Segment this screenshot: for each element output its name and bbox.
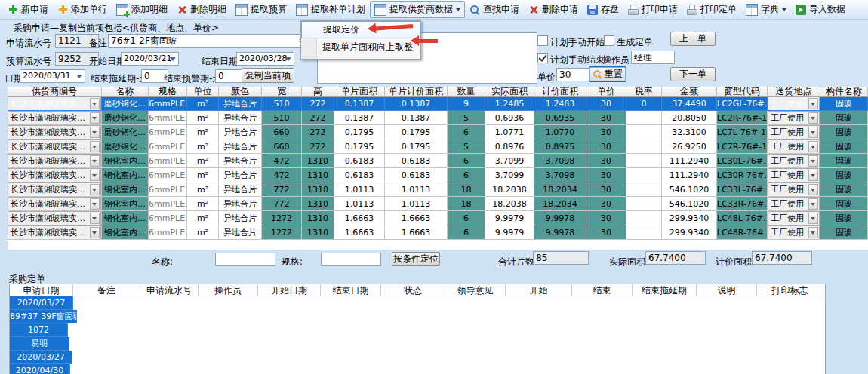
- combo-arrow-icon[interactable]: [808, 155, 818, 167]
- delivery-location-combo[interactable]: 工厂使用: [768, 125, 820, 139]
- detail-table-row[interactable]: 长沙市潇湘玻璃实…钢化室内…6mmPLE…m²异地合片47213100.6183…: [8, 154, 868, 168]
- toolbar-button-extract-budget[interactable]: 提取预算: [231, 1, 291, 18]
- toolbar-button-add-detail[interactable]: 添加明细: [112, 1, 172, 18]
- delivery-location-combo[interactable]: 工厂使用: [768, 197, 820, 211]
- date-picker[interactable]: 2020/03/31: [20, 69, 85, 83]
- detail-table-row[interactable]: 长沙市潇湘玻璃实…钢化室内…6mmPLE…m²异地合片77213101.0113…: [8, 182, 868, 197]
- delivery-location-combo[interactable]: 工厂使用: [768, 211, 820, 225]
- combo-arrow-icon[interactable]: [90, 98, 100, 109]
- toolbar-button-find-request[interactable]: 查找申请: [465, 1, 524, 18]
- detail-table-row[interactable]: 长沙市潇湘玻璃实…磨砂钢化…6mmPLE…m²异地合片5102720.13870…: [8, 111, 868, 125]
- cell: 异地合片: [219, 97, 262, 111]
- combo-arrow-icon[interactable]: [90, 184, 100, 195]
- locate-by-condition-button[interactable]: 按条件定位: [392, 252, 440, 266]
- combo-arrow-icon[interactable]: [808, 213, 818, 224]
- column-header: 结束日期: [321, 284, 381, 296]
- delivery-location-combo[interactable]: 工厂使用: [768, 111, 820, 125]
- combo-arrow-icon[interactable]: [808, 198, 818, 210]
- order-row[interactable]: 2020/03/2789#37-39F窗固玻1072易明2020/03/2720…: [10, 296, 825, 374]
- detail-table-row[interactable]: 长沙市潇湘玻璃实…钢化室内…6mmPLE…m²异地合片127213101.666…: [8, 225, 868, 240]
- supplier-combo[interactable]: 长沙市潇湘玻璃实…: [8, 182, 101, 197]
- toolbar-button-import-data[interactable]: 导入数据: [791, 1, 850, 18]
- operator-label: 操作员: [602, 54, 629, 66]
- combo-arrow-icon[interactable]: [90, 170, 100, 181]
- filter-name-input[interactable]: [215, 253, 275, 266]
- filter-spec-input[interactable]: [321, 253, 381, 266]
- detail-table-row[interactable]: 长沙市潇湘玻璃实…钢化室内…6mmPLE…m²异地合片127213101.666…: [8, 211, 868, 225]
- cell: 0.1387: [385, 111, 448, 125]
- detail-table-row[interactable]: 长沙市潇湘玻璃实…磨砂钢化…6mmPLE…m²异地合片5102720.13870…: [8, 97, 868, 111]
- combo-arrow-icon[interactable]: [90, 213, 100, 224]
- combo-arrow-icon[interactable]: [90, 155, 100, 167]
- remark-field[interactable]: 76#1-2F窗固玻: [108, 34, 300, 48]
- unit-price-field[interactable]: 30: [556, 68, 589, 81]
- start-date-picker[interactable]: 2020/03/21: [121, 52, 179, 66]
- supplier-combo[interactable]: 长沙市潇湘玻璃实…: [8, 111, 101, 125]
- menu-item-round-up-piece-area[interactable]: 提取单片面积向上取整: [301, 38, 420, 56]
- toolbar-button-print-request[interactable]: 打印申请: [623, 1, 682, 18]
- cell: 0.8976: [485, 139, 534, 154]
- combo-arrow-icon[interactable]: [808, 127, 818, 138]
- column-header: 窗型代码: [717, 87, 768, 97]
- cell: 30: [586, 168, 626, 182]
- supplier-combo[interactable]: 长沙市潇湘玻璃实…: [8, 197, 101, 211]
- supplier-combo[interactable]: 长沙市潇湘玻璃实…: [8, 139, 101, 154]
- cell: m²: [187, 111, 219, 125]
- plan-manual-end-checkbox[interactable]: [537, 53, 548, 63]
- toolbar-button-new-request[interactable]: 新申请: [3, 1, 53, 18]
- combo-arrow-icon[interactable]: [808, 112, 818, 124]
- delivery-location-combo[interactable]: 工厂使用: [768, 97, 820, 111]
- printer-icon: [687, 5, 697, 15]
- toolbar-button-add-row[interactable]: 添加单行: [53, 1, 112, 18]
- supplier-combo[interactable]: 长沙市潇湘玻璃实…: [8, 125, 101, 139]
- toolbar-button-dictionary[interactable]: 字典: [741, 1, 791, 18]
- detail-table-row[interactable]: 长沙市潇湘玻璃实…磨砂钢化…6mmPLE…m²异地合片6602720.17950…: [8, 125, 868, 139]
- toolbar-button-print-order[interactable]: 打印定单: [682, 1, 741, 18]
- column-header: 单价: [586, 87, 626, 97]
- operator-field[interactable]: 经理: [631, 51, 675, 64]
- delivery-location-combo[interactable]: 工厂使用: [768, 182, 820, 197]
- detail-table-row[interactable]: 长沙市潇湘玻璃实…钢化室内…6mmPLE…m²异地合片77213101.0113…: [8, 197, 868, 211]
- supplier-combo[interactable]: 长沙市潇湘玻璃实…: [8, 211, 101, 225]
- prev-order-button[interactable]: 上一单: [670, 32, 716, 46]
- toolbar-button-save[interactable]: 存盘: [583, 1, 623, 18]
- end-warning-field[interactable]: 0: [215, 69, 242, 83]
- copy-current-button[interactable]: 复制当前项: [242, 68, 294, 83]
- delivery-location-combo[interactable]: 工厂使用: [768, 139, 820, 154]
- cell: 0.1387: [385, 97, 448, 111]
- reset-button[interactable]: 重置: [589, 66, 626, 82]
- combo-arrow-icon[interactable]: [90, 141, 100, 152]
- cell: 1272: [262, 211, 302, 225]
- delivery-location-combo[interactable]: 工厂使用: [768, 154, 820, 168]
- combo-arrow-icon[interactable]: [808, 227, 818, 238]
- supplier-combo[interactable]: 长沙市潇湘玻璃实…: [8, 225, 101, 240]
- toolbar-button-delete-request[interactable]: 删除申请: [524, 1, 583, 18]
- combo-arrow-icon[interactable]: [90, 112, 100, 124]
- delivery-location-combo[interactable]: 工厂使用: [768, 225, 820, 240]
- plan-manual-start-checkbox[interactable]: [537, 35, 548, 46]
- combo-arrow-icon[interactable]: [808, 141, 818, 152]
- delivery-location-combo[interactable]: 工厂使用: [768, 168, 820, 182]
- combo-arrow-icon[interactable]: [90, 198, 100, 210]
- generate-order-checkbox[interactable]: [604, 35, 614, 46]
- end-warning-label: 结束预警期-天: [164, 72, 221, 85]
- combo-arrow-icon[interactable]: [90, 227, 100, 238]
- menu-item-extract-pricing[interactable]: 提取定价: [301, 21, 420, 38]
- cell: 30: [586, 97, 626, 111]
- start-date-label: 开始日期: [89, 55, 125, 68]
- next-order-button[interactable]: 下一单: [670, 67, 716, 81]
- combo-arrow-icon[interactable]: [808, 170, 818, 181]
- toolbar-button-extract-supplier-data[interactable]: 提取供货商数据: [370, 1, 465, 18]
- toolbar-button-extract-supplement-plan[interactable]: 提取补单计划: [291, 1, 370, 18]
- combo-arrow-icon[interactable]: [808, 98, 818, 109]
- supplier-combo[interactable]: 长沙市潇湘玻璃实…: [8, 168, 101, 182]
- toolbar-button-delete-detail[interactable]: 删除明细: [172, 1, 231, 18]
- supplier-combo[interactable]: 长沙市潇湘玻璃实…: [8, 97, 101, 111]
- detail-table-row[interactable]: 长沙市潇湘玻璃实…钢化室内…6mmPLE…m²异地合片47213100.6183…: [8, 168, 868, 182]
- combo-arrow-icon[interactable]: [808, 184, 818, 195]
- combo-arrow-icon[interactable]: [90, 127, 100, 138]
- end-date-picker[interactable]: 2020/03/28: [236, 52, 294, 66]
- detail-table-row[interactable]: 长沙市潇湘玻璃实…磨砂钢化…6mmPLE…m²异地合片6602720.17950…: [8, 139, 868, 154]
- supplier-combo[interactable]: 长沙市潇湘玻璃实…: [8, 154, 101, 168]
- column-header: 单位: [187, 87, 219, 97]
